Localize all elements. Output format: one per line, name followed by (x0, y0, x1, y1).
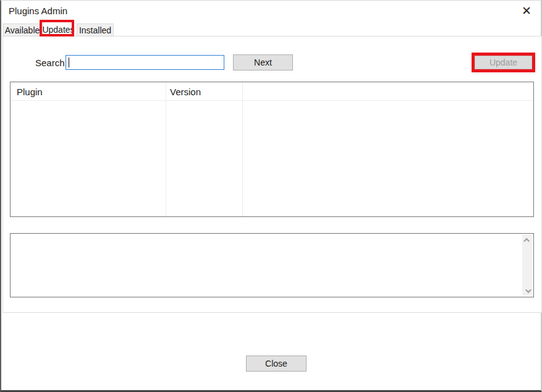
column-header-version[interactable]: Version (170, 87, 201, 97)
plugins-admin-dialog: Plugins Admin ✕ Available Updates Instal… (0, 0, 542, 392)
window-close-icon[interactable]: ✕ (517, 2, 536, 19)
column-separator (166, 82, 166, 216)
close-button[interactable]: Close (246, 356, 307, 372)
title-bar: Plugins Admin ✕ (1, 1, 541, 21)
chevron-up-icon (523, 237, 530, 244)
next-button[interactable]: Next (233, 54, 293, 70)
tab-installed[interactable]: Installed (77, 23, 114, 36)
column-separator (242, 82, 243, 216)
plugin-list[interactable]: Plugin Version (10, 82, 534, 217)
text-caret (69, 58, 69, 67)
scroll-down-button[interactable] (522, 286, 532, 296)
window-title: Plugins Admin (9, 6, 67, 16)
plugin-list-header: Plugin Version (11, 82, 533, 101)
update-button[interactable]: Update (475, 56, 532, 69)
tab-updates[interactable]: Updates (43, 22, 74, 36)
column-header-plugin[interactable]: Plugin (17, 87, 43, 97)
search-input[interactable] (66, 55, 224, 70)
search-label: Search: (35, 58, 67, 68)
vertical-scrollbar[interactable] (522, 235, 532, 296)
chevron-down-icon (525, 287, 531, 293)
tab-available[interactable]: Available (3, 23, 41, 36)
scroll-up-button[interactable] (522, 235, 532, 245)
plugin-description-box[interactable] (10, 233, 534, 297)
